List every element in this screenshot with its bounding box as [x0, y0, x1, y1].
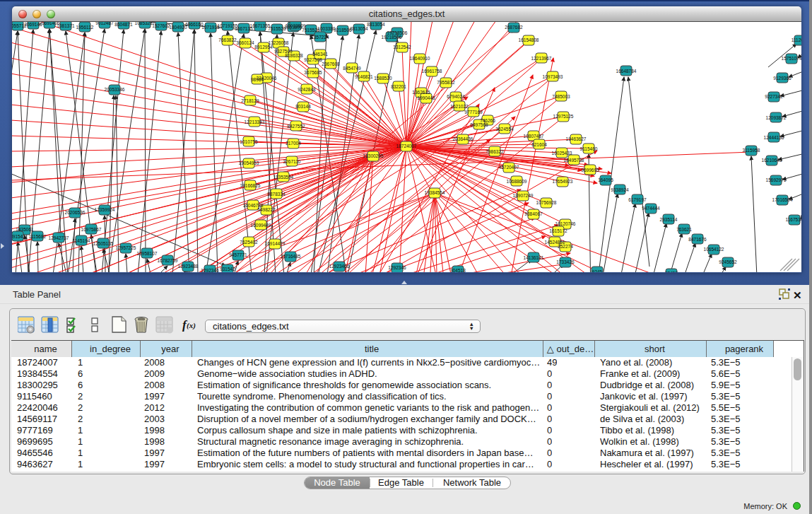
svg-text:621604: 621604: [531, 142, 547, 147]
svg-text:8912954: 8912954: [254, 45, 273, 49]
svg-text:391543: 391543: [12, 234, 25, 239]
svg-text:17359924: 17359924: [95, 207, 115, 212]
svg-text:19166825: 19166825: [240, 183, 261, 188]
svg-text:7663822: 7663822: [218, 37, 237, 42]
svg-text:10756928: 10756928: [536, 200, 557, 205]
svg-text:931542: 931542: [220, 267, 235, 271]
svg-text:1115682: 1115682: [29, 234, 47, 239]
svg-text:10807487: 10807487: [524, 134, 544, 139]
svg-text:7986322: 7986322: [486, 149, 504, 154]
svg-text:10025433: 10025433: [552, 151, 572, 156]
svg-text:20364436: 20364436: [453, 136, 473, 141]
svg-text:1527602: 1527602: [152, 23, 170, 28]
svg-text:1292346: 1292346: [201, 268, 219, 272]
svg-text:20206536: 20206536: [65, 210, 86, 215]
svg-text:9227342: 9227342: [765, 94, 783, 99]
svg-text:8878334: 8878334: [267, 192, 286, 197]
svg-text:1112049: 1112049: [792, 37, 801, 42]
svg-text:12942737: 12942737: [49, 235, 69, 240]
svg-text:16782759: 16782759: [158, 258, 178, 263]
svg-text:19463627: 19463627: [566, 136, 587, 141]
svg-text:16210643: 16210643: [762, 158, 782, 163]
svg-text:9327508: 9327508: [304, 57, 322, 62]
svg-text:2935114: 2935114: [660, 217, 678, 222]
svg-text:9012487: 9012487: [95, 22, 114, 25]
svg-text:18495738: 18495738: [564, 158, 584, 163]
svg-text:6966160: 6966160: [185, 22, 204, 27]
svg-text:12444136: 12444136: [764, 135, 784, 140]
svg-text:10654122: 10654122: [704, 247, 724, 252]
svg-text:19054953: 19054953: [239, 160, 259, 165]
svg-text:9384067: 9384067: [524, 211, 543, 216]
svg-text:98964: 98964: [251, 77, 264, 82]
svg-text:1990448: 1990448: [417, 95, 435, 100]
svg-text:17654923: 17654923: [553, 179, 573, 184]
svg-text:164095: 164095: [598, 177, 613, 182]
svg-text:3267110: 3267110: [283, 159, 301, 164]
svg-text:1588520: 1588520: [374, 76, 392, 81]
svg-text:2367608: 2367608: [322, 62, 340, 66]
svg-text:19218506: 19218506: [382, 35, 402, 40]
svg-text:16099449: 16099449: [251, 223, 271, 228]
svg-text:1145194: 1145194: [73, 238, 90, 243]
svg-text:8471676: 8471676: [688, 237, 707, 242]
svg-text:1804920: 1804920: [169, 25, 187, 30]
svg-text:7357224: 7357224: [311, 35, 329, 40]
svg-text:1733426: 1733426: [556, 259, 575, 264]
svg-text:8454749: 8454749: [343, 66, 361, 71]
svg-text:3115958: 3115958: [743, 148, 760, 153]
svg-text:3660124: 3660124: [236, 40, 254, 45]
svg-text:18724007: 18724007: [396, 144, 417, 148]
svg-text:16120746: 16120746: [555, 221, 576, 226]
svg-text:18300295: 18300295: [363, 153, 384, 158]
svg-text:18640910: 18640910: [410, 56, 430, 61]
svg-text:12923488: 12923488: [178, 264, 199, 269]
svg-text:9115460: 9115460: [580, 146, 598, 151]
svg-text:9777169: 9777169: [464, 110, 483, 115]
svg-text:1010755: 1010755: [240, 139, 258, 144]
svg-text:3624554: 3624554: [495, 127, 514, 132]
svg-text:1362615: 1362615: [412, 90, 430, 95]
svg-text:1167534: 1167534: [786, 217, 801, 222]
svg-text:1615172: 1615172: [549, 228, 567, 233]
svg-text:832201: 832201: [391, 84, 406, 89]
svg-text:12505135: 12505135: [93, 241, 114, 246]
svg-text:9457771: 9457771: [229, 252, 247, 257]
svg-text:1435061: 1435061: [16, 227, 34, 232]
svg-text:14136141: 14136141: [524, 255, 544, 260]
svg-text:9699695: 9699695: [581, 168, 599, 173]
svg-text:12093872: 12093872: [766, 115, 787, 120]
svg-text:7955812: 7955812: [437, 80, 455, 85]
svg-text:5498222: 5498222: [257, 207, 276, 212]
svg-text:9245: 9245: [592, 269, 603, 272]
svg-text:12975125: 12975125: [553, 114, 574, 119]
svg-text:10958107: 10958107: [137, 251, 158, 256]
svg-text:8427552: 8427552: [287, 124, 305, 129]
svg-text:17016504: 17016504: [772, 197, 793, 202]
svg-text:1621022: 1621022: [450, 104, 469, 109]
svg-text:6497568: 6497568: [470, 122, 488, 127]
svg-text:8186328: 8186328: [285, 53, 303, 58]
svg-text:15751074: 15751074: [782, 56, 801, 61]
svg-text:9474444: 9474444: [642, 206, 660, 211]
svg-text:7515526: 7515526: [268, 26, 286, 31]
svg-text:12923466: 12923466: [329, 264, 350, 269]
svg-text:252274: 252274: [558, 244, 573, 249]
svg-text:92450: 92450: [665, 271, 678, 272]
svg-text:763621: 763621: [676, 227, 692, 232]
svg-text:9218506: 9218506: [334, 28, 352, 33]
svg-text:10973493: 10973493: [543, 74, 563, 79]
svg-text:8813054: 8813054: [367, 22, 385, 27]
svg-text:6179197: 6179197: [628, 197, 647, 202]
svg-text:7485003: 7485003: [552, 94, 570, 99]
svg-text:16154808: 16154808: [519, 37, 539, 42]
svg-text:15692971: 15692971: [766, 177, 787, 182]
svg-text:16648784: 16648784: [616, 69, 637, 74]
svg-text:9242848: 9242848: [298, 87, 316, 92]
svg-text:904518: 904518: [450, 268, 466, 272]
svg-text:10688609: 10688609: [507, 179, 527, 184]
svg-text:7625402: 7625402: [240, 240, 258, 245]
svg-text:9129366: 9129366: [773, 76, 792, 81]
svg-text:8813054: 8813054: [350, 26, 368, 31]
svg-text:10033809: 10033809: [286, 23, 306, 28]
